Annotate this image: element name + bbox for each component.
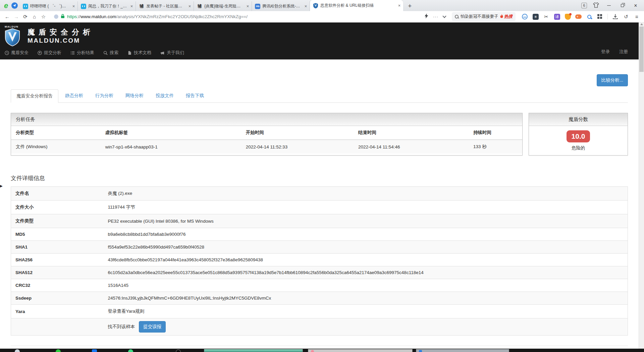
rewards-shield-icon[interactable] bbox=[565, 13, 571, 20]
extension-spark-icon[interactable]: ✳ bbox=[532, 13, 539, 20]
tab-title: 恶意软件分析 & URL链接扫描 bbox=[320, 3, 395, 8]
start-time: 2022-04-14 11:52:33 bbox=[241, 140, 354, 153]
browser-tab-4[interactable]: 辅 {炎魔}微端-生死狙击新款多功 × bbox=[194, 1, 252, 11]
window-minimize-button[interactable] bbox=[605, 2, 612, 9]
tab-report-download[interactable]: 报告下载 bbox=[180, 89, 209, 103]
refresh-icon[interactable]: ⟳ bbox=[21, 14, 30, 20]
browser-tab-3[interactable]: 辅 发表帖子 - 社区服务 我爱辅助 × bbox=[136, 1, 194, 11]
nav-item-search[interactable]: 搜索 bbox=[103, 50, 118, 56]
hot-search-query[interactable]: 怕染新冠不愿接妻子 bbox=[461, 14, 498, 19]
taskbar-window-preview[interactable] bbox=[204, 349, 303, 352]
adblock-icon[interactable] bbox=[522, 13, 528, 20]
site-info-icon[interactable] bbox=[54, 14, 58, 19]
analysis-task-title: 分析任务 bbox=[11, 113, 522, 126]
forward-icon[interactable]: → bbox=[12, 14, 21, 19]
start-button[interactable] bbox=[15, 349, 20, 352]
undo-restore-icon[interactable]: ↺ bbox=[623, 13, 629, 20]
tab-behavior-analysis[interactable]: 行为分析 bbox=[90, 89, 119, 103]
search-magnifier-icon[interactable] bbox=[586, 13, 592, 20]
tab-dropped-files[interactable]: 投放文件 bbox=[150, 89, 179, 103]
games-gamepad-icon[interactable] bbox=[575, 13, 582, 20]
browser-tab-5[interactable]: Hb 腾讯哈勃分析系统-已完成 × bbox=[252, 1, 310, 11]
search-icon bbox=[455, 15, 459, 18]
new-tab-button[interactable]: + bbox=[403, 2, 416, 11]
back-icon[interactable]: ← bbox=[3, 14, 12, 19]
search-icon bbox=[103, 51, 108, 55]
sha512-value: 6c105d2a3a0dbce56ea2025eee55c013735ace5e… bbox=[104, 266, 628, 279]
browser-tab-2[interactable]: 闻总，我刀了你！_哔哩 × bbox=[78, 1, 136, 11]
site-title-en: MALDUN.COM bbox=[28, 37, 94, 44]
url-host: www.maldun.com bbox=[81, 14, 116, 19]
window-restore-button[interactable] bbox=[619, 2, 626, 9]
screenshot-scissors-icon[interactable]: ✂ bbox=[543, 13, 549, 20]
page-scrollbar[interactable] bbox=[639, 23, 644, 352]
window-close-button[interactable]: × bbox=[632, 2, 639, 9]
home-icon[interactable]: ⌂ bbox=[30, 14, 39, 19]
analysis-type: 文件 (Windows) bbox=[11, 140, 101, 153]
apps-grid-icon[interactable] bbox=[597, 13, 603, 20]
downloads-icon[interactable] bbox=[612, 13, 619, 20]
nav-item-about-us[interactable]: 关于我们 bbox=[160, 50, 184, 56]
speed-bolt-icon[interactable] bbox=[425, 13, 428, 20]
tab-close-icon[interactable]: × bbox=[130, 4, 134, 9]
document-icon bbox=[127, 51, 132, 55]
browser-tab-1[interactable]: 哔哩哔哩 ( ゜- ゜)つロ 干杯~-b × bbox=[20, 1, 78, 11]
bilibili-icon bbox=[23, 4, 28, 9]
browser-tab-bar: e 哔哩哔哩 ( ゜- ゜)つロ 干杯~-b × 闻总，我刀了你！_哔哩 × 辅… bbox=[0, 0, 644, 11]
secure-lock-icon bbox=[61, 14, 65, 20]
taskbar-window-preview[interactable] bbox=[308, 349, 413, 352]
file-details-title: 文件详细信息 bbox=[11, 174, 628, 182]
compare-analysis-button[interactable]: 比较分析... bbox=[597, 74, 628, 86]
maldun-logo[interactable]: MALDUN bbox=[4, 25, 22, 47]
maldun-page: MALDUN 魔盾安全分析 MALDUN.COM bbox=[0, 23, 639, 352]
hot-search-tag[interactable]: 热搜 bbox=[500, 14, 513, 20]
maldun-shield-icon bbox=[313, 3, 318, 8]
nav-item-maldun-security[interactable]: 魔盾安全 bbox=[5, 50, 29, 56]
maldun-score-panel: 魔盾分数 10.0 危险的 bbox=[529, 113, 628, 156]
nav-item-submit-analysis[interactable]: 提交分析 bbox=[38, 50, 61, 56]
taskbar-app-icon[interactable] bbox=[92, 349, 97, 352]
scrollbar-thumb[interactable] bbox=[639, 27, 644, 72]
row-label: MD5 bbox=[11, 228, 104, 241]
nav-item-analysis-results[interactable]: 分析结果 bbox=[70, 50, 94, 56]
browser-logo-icon[interactable]: e bbox=[4, 1, 8, 10]
chevron-down-icon[interactable] bbox=[442, 14, 446, 18]
login-link[interactable]: 登录 bbox=[601, 49, 610, 55]
nav-item-tech-docs[interactable]: 技术文档 bbox=[127, 50, 151, 56]
menu-icon[interactable]: ≡ bbox=[634, 13, 640, 20]
translate-icon[interactable]: 译 bbox=[554, 13, 560, 20]
vm-label: win7-sp1-x64-shaapp03-1 bbox=[101, 140, 241, 153]
tab-static-analysis[interactable]: 静态分析 bbox=[60, 89, 89, 103]
taskbar-app-icon[interactable] bbox=[128, 349, 133, 352]
register-link[interactable]: 注册 bbox=[619, 49, 628, 55]
address-bar[interactable]: https://www.maldun.com/analysis/YXNkZmRz… bbox=[51, 12, 450, 21]
tab-count-badge[interactable]: 6 bbox=[581, 3, 587, 8]
left-edge-handle-icon[interactable]: ▶ bbox=[0, 183, 3, 189]
skin-theme-icon[interactable] bbox=[593, 2, 599, 9]
scrollbar-up-arrow-icon[interactable] bbox=[640, 23, 643, 25]
tab-network-analysis[interactable]: 网络分析 bbox=[120, 89, 149, 103]
browser-tab-active[interactable]: 恶意软件分析 & URL链接扫描 × bbox=[310, 0, 403, 11]
table-row: SHA1 f554a9ef53c22e86b45990dd497ca659b0f… bbox=[11, 241, 628, 254]
tab-close-icon[interactable]: × bbox=[72, 4, 76, 9]
tab-maldun-report[interactable]: 魔盾安全分析报告 bbox=[11, 89, 58, 103]
task-data-row: 文件 (Windows) win7-sp1-x64-shaapp03-1 202… bbox=[11, 140, 522, 153]
analysis-task-table: 分析类型 虚拟机标签 开始时间 结束时间 持续时间 文件 (Windows) w… bbox=[11, 126, 522, 153]
taskbar-app-icon[interactable] bbox=[56, 349, 61, 352]
favorites-icon[interactable]: ☆ bbox=[39, 14, 48, 20]
tab-close-icon[interactable]: × bbox=[246, 4, 250, 9]
yara-login-link[interactable]: 登录查看Yara规则 bbox=[104, 305, 628, 318]
tab-title: 发表帖子 - 社区服务 我爱辅助 bbox=[146, 3, 185, 9]
taskbar-app-icon[interactable] bbox=[176, 349, 181, 352]
score-verdict: 危险的 bbox=[532, 145, 624, 151]
misreport-row: 找不到该样本 提交误报 bbox=[11, 318, 628, 336]
tab-close-icon[interactable]: × bbox=[397, 3, 401, 8]
hot-search-box[interactable]: 怕染新冠不愿接妻子 热搜 bbox=[452, 12, 516, 21]
file-type-value: PE32 executable (GUI) Intel 80386, for M… bbox=[104, 214, 628, 228]
more-actions-icon[interactable]: ··· bbox=[433, 14, 438, 19]
pinned-site-icon[interactable] bbox=[11, 2, 18, 9]
tab-close-icon[interactable]: × bbox=[304, 4, 308, 9]
taskbar-window-preview[interactable] bbox=[416, 349, 509, 352]
tab-close-icon[interactable]: × bbox=[188, 4, 192, 9]
submit-misreport-button[interactable]: 提交误报 bbox=[139, 321, 166, 333]
